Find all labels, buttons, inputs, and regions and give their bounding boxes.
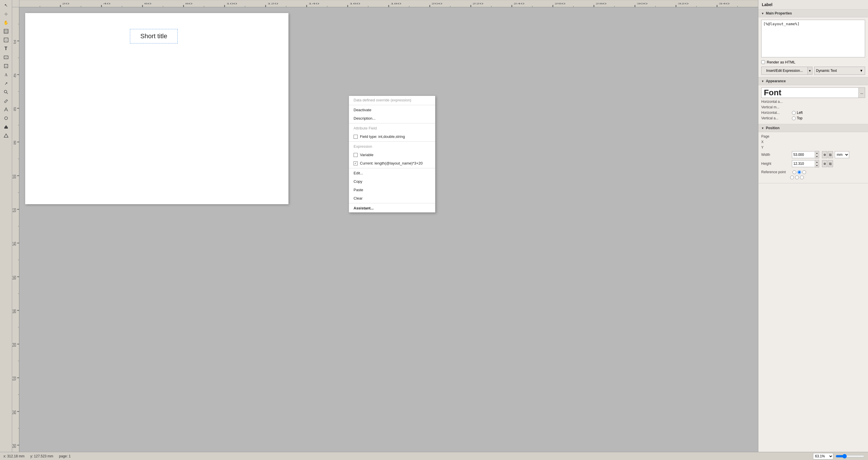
tool-add-image[interactable]: + xyxy=(1,53,11,61)
svg-point-10 xyxy=(4,90,7,93)
zoom-select[interactable]: 63.1% xyxy=(813,453,833,459)
tool-extra1[interactable] xyxy=(1,106,11,114)
tool-text[interactable]: A xyxy=(1,71,11,79)
horizontal-alignment-label: Horizontal a... xyxy=(761,99,790,104)
svg-rect-0 xyxy=(4,29,8,33)
tool-extra4[interactable] xyxy=(1,132,11,140)
render-html-label: Render as HTML xyxy=(767,60,795,64)
font-display-text: Font xyxy=(764,88,781,97)
width-spin-up[interactable]: ▲ xyxy=(815,151,819,155)
svg-marker-17 xyxy=(4,125,8,127)
svg-text:100: 100 xyxy=(226,3,237,5)
reference-point-label: Reference point xyxy=(761,170,790,174)
ref-mc[interactable] xyxy=(795,176,799,179)
width-input[interactable] xyxy=(792,151,815,158)
left-radio[interactable] xyxy=(792,111,796,115)
main-properties-label: Main Properties xyxy=(766,11,792,16)
tool-arrow[interactable]: ↗ xyxy=(1,79,11,87)
insert-edit-dropdown-arrow[interactable]: ▼ xyxy=(808,67,812,75)
dynamic-text-button[interactable]: Dynamic Text ▼ xyxy=(814,67,865,75)
ref-mr[interactable] xyxy=(800,176,804,179)
top-radio-text: Top xyxy=(797,116,802,120)
dynamic-text-arrow: ▼ xyxy=(860,69,863,73)
appearance-label: Appearance xyxy=(766,79,786,83)
svg-text:180: 180 xyxy=(390,3,401,5)
position-body: Page X Y Width ▲ ▼ ⚙ ⛓ xyxy=(758,132,868,183)
tool-extra2[interactable] xyxy=(1,114,11,122)
insert-edit-expression-button[interactable]: Insert/Edit Expression... xyxy=(761,67,808,75)
render-html-checkbox[interactable] xyxy=(761,60,765,64)
height-lock-icon[interactable]: ⚙ xyxy=(822,160,827,167)
font-display-button[interactable]: … xyxy=(859,88,865,97)
expression-textarea[interactable] xyxy=(761,20,865,57)
tool-node[interactable]: ⊹ xyxy=(1,10,11,18)
status-y-coord: y: 127.523 mm xyxy=(30,454,53,458)
height-spin-up[interactable]: ▲ xyxy=(815,160,819,164)
svg-text:+: + xyxy=(5,39,7,42)
font-display[interactable]: Font … xyxy=(761,87,865,98)
tool-extra3[interactable] xyxy=(1,123,11,131)
svg-text:+: + xyxy=(5,65,7,68)
height-link-icon[interactable]: ⛓ xyxy=(828,160,833,167)
tool-add-map2[interactable]: + xyxy=(1,36,11,44)
svg-text:40: 40 xyxy=(13,73,16,79)
section-main-properties[interactable]: ▼ Main Properties xyxy=(758,9,868,18)
unit-select[interactable]: mm xyxy=(835,151,849,158)
canvas-page: Short title xyxy=(25,13,288,204)
tool-edit[interactable] xyxy=(1,97,11,105)
svg-text:300: 300 xyxy=(637,3,648,5)
zoom-slider[interactable] xyxy=(836,454,865,459)
svg-text:140: 140 xyxy=(308,3,319,5)
horizontal-label2: Horizontal... xyxy=(761,111,790,115)
status-x-coord: x: 312.18 mm xyxy=(3,454,25,458)
ref-tc[interactable] xyxy=(797,170,801,174)
ruler-vertical: 20 40 60 80 100 120 140 160 180 xyxy=(12,7,20,452)
tool-pan[interactable]: ✋ xyxy=(1,19,11,27)
ref-tl[interactable] xyxy=(793,170,796,174)
ruler-corner xyxy=(12,0,20,7)
svg-text:A: A xyxy=(5,73,8,77)
svg-point-15 xyxy=(5,117,7,120)
svg-text:340: 340 xyxy=(719,3,730,5)
top-radio-label: Top xyxy=(792,116,802,120)
status-page: page: 1 xyxy=(59,454,71,458)
tool-pointer[interactable]: ↖ xyxy=(1,1,11,9)
left-toolbar: ↖ ⊹ ✋ + T + + A ↗ xyxy=(0,0,12,452)
svg-text:260: 260 xyxy=(12,443,16,449)
section-position[interactable]: ▼ Position xyxy=(758,124,868,132)
canvas-label-element[interactable]: Short title xyxy=(130,29,178,44)
width-link-icon[interactable]: ⛓ xyxy=(828,151,833,158)
svg-text:260: 260 xyxy=(555,3,566,5)
svg-text:20: 20 xyxy=(13,39,16,45)
svg-text:100: 100 xyxy=(12,174,16,180)
dynamic-text-label: Dynamic Text xyxy=(816,69,837,73)
svg-line-11 xyxy=(6,93,8,94)
ruler-horizontal: // This doesn't run in SVG context, tick… xyxy=(20,0,758,7)
svg-rect-16 xyxy=(4,127,8,128)
width-spin-down[interactable]: ▼ xyxy=(815,155,819,158)
appearance-arrow: ▼ xyxy=(761,80,764,83)
ref-tr[interactable] xyxy=(802,170,806,174)
svg-text:160: 160 xyxy=(12,275,16,281)
appearance-body: Font … Horizontal a... Vertical m... Hor… xyxy=(758,85,868,124)
svg-text:200: 200 xyxy=(12,342,16,348)
canvas-label-text: Short title xyxy=(140,32,167,40)
height-spin-down[interactable]: ▼ xyxy=(815,164,819,167)
svg-marker-18 xyxy=(4,134,8,137)
ref-ml[interactable] xyxy=(790,176,794,179)
top-radio[interactable] xyxy=(792,116,796,120)
height-input[interactable] xyxy=(792,160,815,167)
canvas-wrapper[interactable]: Short title xyxy=(20,7,758,452)
svg-text:240: 240 xyxy=(12,409,16,415)
section-appearance[interactable]: ▼ Appearance xyxy=(758,77,868,85)
tool-add-shape[interactable]: + xyxy=(1,62,11,70)
x-label: X xyxy=(761,140,790,144)
tool-add-map[interactable] xyxy=(1,27,11,35)
tool-zoom[interactable] xyxy=(1,88,11,96)
page-label: Page xyxy=(761,135,790,139)
svg-text:160: 160 xyxy=(349,3,360,5)
width-lock-icon[interactable]: ⚙ xyxy=(822,151,827,158)
tool-add-label[interactable]: T xyxy=(1,45,11,53)
left-radio-text: Left xyxy=(797,111,803,115)
svg-text:60: 60 xyxy=(13,106,16,112)
